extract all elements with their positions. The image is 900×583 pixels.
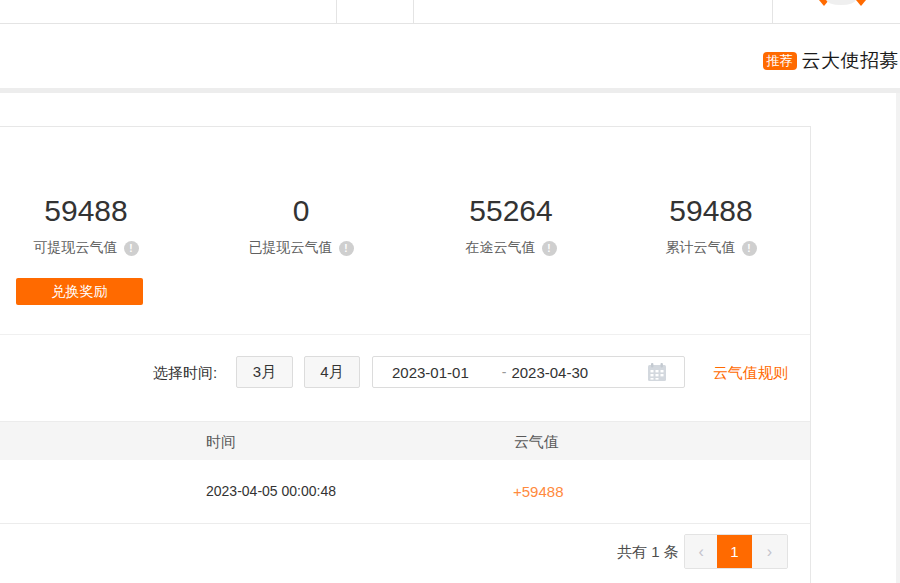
recommend-badge[interactable]: 推荐: [763, 52, 797, 70]
stat-value: 59488: [0, 195, 186, 227]
date-end[interactable]: 2023-04-30: [511, 364, 588, 381]
info-icon[interactable]: !: [742, 241, 757, 256]
next-page-button[interactable]: ›: [752, 535, 787, 568]
date-range-picker[interactable]: 2023-01-01 - 2023-04-30: [372, 356, 685, 388]
points-page: 推荐 云大使招募 59488 可提现云气值 ! 0 已提现云气值 ! 55264…: [0, 0, 900, 583]
column-header-points: 云气值: [514, 422, 559, 461]
promo-toolbar: 推荐 云大使招募: [0, 25, 900, 88]
stat-in-transit: 55264 在途云气值 !: [411, 195, 611, 257]
stat-label: 已提现云气值 !: [201, 239, 401, 257]
points-table-header: 时间 云气值: [0, 421, 810, 460]
info-icon[interactable]: !: [339, 241, 354, 256]
pagination: 共有 1 条 ‹ 1 ›: [0, 524, 810, 583]
pager: ‹ 1 ›: [684, 534, 788, 569]
month-button-april[interactable]: 4月: [304, 356, 360, 388]
stat-label: 可提现云气值 !: [0, 239, 186, 257]
info-icon[interactable]: !: [542, 241, 557, 256]
stat-withdrawable: 59488 可提现云气值 !: [0, 195, 186, 257]
points-rules-link[interactable]: 云气值规则: [713, 356, 788, 389]
nav-divider: [336, 0, 337, 24]
cell-points: +59488: [513, 460, 563, 523]
stat-value: 59488: [611, 195, 811, 227]
column-header-time: 时间: [206, 422, 236, 461]
section-divider: [0, 88, 900, 93]
ambassador-promo[interactable]: 推荐 云大使招募: [763, 48, 900, 74]
page-1-button[interactable]: 1: [717, 535, 751, 568]
date-start[interactable]: 2023-01-01: [392, 364, 469, 381]
top-nav: [0, 0, 900, 24]
stat-label: 在途云气值 !: [411, 239, 611, 257]
nav-divider: [413, 0, 414, 24]
redeem-rewards-button[interactable]: 兑换奖励: [16, 278, 143, 305]
stat-value: 55264: [411, 195, 611, 227]
total-count: 共有 1 条: [617, 524, 679, 580]
time-filter-row: 选择时间: 3月 4月 2023-01-01 - 2023-04-30: [0, 356, 810, 389]
stat-value: 0: [201, 195, 401, 227]
info-icon[interactable]: !: [124, 241, 139, 256]
prev-page-button[interactable]: ‹: [685, 535, 717, 568]
month-button-march[interactable]: 3月: [236, 356, 293, 388]
stat-total: 59488 累计云气值 !: [611, 195, 811, 257]
stats-divider: [0, 334, 810, 335]
calendar-icon[interactable]: [646, 361, 668, 383]
points-card: 59488 可提现云气值 ! 0 已提现云气值 ! 55264 在途云气值 ! …: [0, 126, 811, 583]
nav-divider: [772, 0, 773, 24]
stat-withdrawn: 0 已提现云气值 !: [201, 195, 401, 257]
table-row: 2023-04-05 00:00:48 +59488: [0, 460, 810, 524]
time-filter-label: 选择时间:: [153, 356, 217, 389]
stat-label: 累计云气值 !: [611, 239, 811, 257]
date-range-separator: -: [502, 364, 507, 380]
cutoff-icon-ellipse: [826, 0, 856, 5]
cell-time: 2023-04-05 00:00:48: [206, 460, 336, 523]
cutoff-icon-right-tip: [856, 0, 866, 6]
ambassador-recruit-link[interactable]: 云大使招募: [802, 48, 900, 74]
scrollbar[interactable]: [896, 93, 900, 583]
